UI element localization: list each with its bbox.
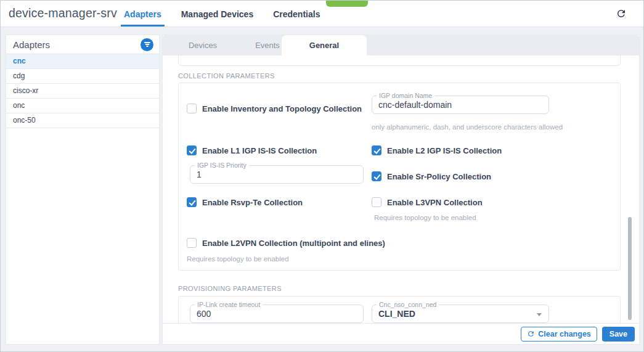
save-label: Save xyxy=(609,330,627,338)
inventory-topology-checkbox[interactable] xyxy=(187,104,197,113)
adapters-sidebar: Adapters cnc cdg cisco-xr onc onc-50 xyxy=(6,35,160,345)
sidebar-item-cisco-xr[interactable]: cisco-xr xyxy=(6,84,159,99)
refresh-button[interactable] xyxy=(615,8,627,20)
tab-credentials[interactable]: Credentials xyxy=(270,1,323,27)
clear-changes-button[interactable]: Clear changes xyxy=(521,327,597,342)
igp-priority-input[interactable]: IGP IS-IS Priority 1 xyxy=(190,165,364,184)
sr-policy-checkbox[interactable] xyxy=(372,171,381,181)
scrollbar-thumb[interactable] xyxy=(628,217,632,320)
device-manager-window: device-manager-srv Adapters Managed Devi… xyxy=(0,0,644,352)
provisioning-fieldset: IP-Link create timeout 600 Cnc_nso_conn_… xyxy=(178,296,621,323)
content-tabbar: Devices Events General xyxy=(163,35,639,55)
collection-fieldset: Enable Inventory and Topology Collection… xyxy=(178,83,621,271)
sr-policy-checkbox-row: Enable Sr-Policy Collection xyxy=(372,171,491,181)
green-status-chip[interactable] xyxy=(326,1,368,7)
sidebar-item-cnc[interactable]: cnc xyxy=(6,54,159,69)
tab-adapters[interactable]: Adapters xyxy=(121,1,165,27)
refresh-icon xyxy=(616,12,627,21)
refresh-icon xyxy=(527,330,535,338)
truncated-fieldset xyxy=(178,55,621,66)
l2vpn-helper: Requires topology to be enabled xyxy=(187,255,289,263)
tab-general[interactable]: General xyxy=(282,35,367,55)
igp-domain-name-label: IGP domain Name xyxy=(377,92,434,99)
action-bar: Clear changes Save xyxy=(163,323,639,344)
inventory-topology-checkbox-row: Enable Inventory and Topology Collection xyxy=(187,104,362,113)
igp-priority-label: IGP IS-IS Priority xyxy=(195,162,249,169)
l2vpn-checkbox-row: Enable L2VPN Collection (multipoint and … xyxy=(187,238,385,248)
igp-domain-name-input[interactable]: IGP domain Name cnc-default-domain xyxy=(372,96,549,114)
l2vpn-label: Enable L2VPN Collection (multipoint and … xyxy=(202,239,385,248)
filter-button[interactable] xyxy=(141,38,153,51)
header-tabs: Adapters Managed Devices Credentials xyxy=(121,1,323,27)
sr-policy-label: Enable Sr-Policy Collection xyxy=(387,172,491,181)
l3vpn-label: Enable L3VPN Collection xyxy=(387,198,483,207)
igp-domain-helper: only alphanumeric, dash, and underscore … xyxy=(372,123,563,131)
filter-icon xyxy=(144,40,151,49)
tab-managed-devices[interactable]: Managed Devices xyxy=(178,1,257,27)
l1-igp-label: Enable L1 IGP IS-IS Collection xyxy=(202,146,317,155)
clear-changes-label: Clear changes xyxy=(538,330,590,338)
l1-igp-checkbox[interactable] xyxy=(187,145,197,155)
general-tab-content: COLLECTION PARAMETERS Enable Inventory a… xyxy=(163,55,639,323)
section-label-collection: COLLECTION PARAMETERS xyxy=(178,72,275,80)
l1-igp-checkbox-row: Enable L1 IGP IS-IS Collection xyxy=(187,145,317,155)
rsvp-te-label: Enable Rsvp-Te Collection xyxy=(202,198,303,207)
sidebar-item-onc-50[interactable]: onc-50 xyxy=(6,113,159,128)
cnc-nso-conn-ned-label: Cnc_nso_conn_ned xyxy=(377,301,439,308)
l2-igp-label: Enable L2 IGP IS-IS Collection xyxy=(387,146,502,155)
adapter-list: cnc cdg cisco-xr onc onc-50 xyxy=(6,54,159,128)
page-title: device-manager-srv xyxy=(9,6,117,20)
rsvp-te-checkbox-row: Enable Rsvp-Te Collection xyxy=(187,197,303,207)
chevron-down-icon xyxy=(537,313,542,316)
tab-devices[interactable]: Devices xyxy=(169,35,237,55)
ip-link-timeout-input[interactable]: IP-Link create timeout 600 xyxy=(190,305,364,323)
cnc-nso-conn-ned-select[interactable]: Cnc_nso_conn_ned CLI_NED xyxy=(372,305,549,323)
app-header: device-manager-srv Adapters Managed Devi… xyxy=(1,1,643,27)
sidebar-item-onc[interactable]: onc xyxy=(6,99,159,113)
sidebar-title: Adapters xyxy=(13,39,50,50)
l3vpn-helper: Requires topology to be enabled xyxy=(374,214,476,221)
rsvp-te-checkbox[interactable] xyxy=(187,197,197,207)
l2-igp-checkbox[interactable] xyxy=(372,145,381,155)
ip-link-timeout-label: IP-Link create timeout xyxy=(195,301,263,308)
section-label-provisioning: PROVISIONING PARAMETERS xyxy=(178,285,282,292)
l2vpn-checkbox[interactable] xyxy=(187,238,197,248)
l2-igp-checkbox-row: Enable L2 IGP IS-IS Collection xyxy=(372,145,502,155)
sidebar-header: Adapters xyxy=(6,35,159,54)
main-panel: Devices Events General COLLECTION PARAME… xyxy=(162,35,640,345)
save-button[interactable]: Save xyxy=(602,327,635,342)
sidebar-item-cdg[interactable]: cdg xyxy=(6,69,159,84)
l3vpn-checkbox-row: Enable L3VPN Collection xyxy=(372,197,483,207)
l3vpn-checkbox[interactable] xyxy=(372,197,381,207)
inventory-topology-label: Enable Inventory and Topology Collection xyxy=(202,104,362,113)
